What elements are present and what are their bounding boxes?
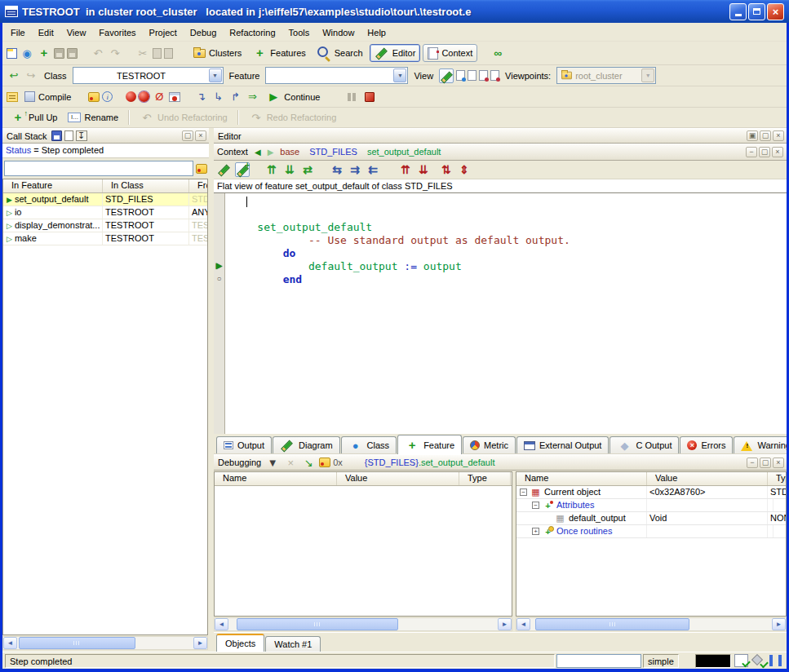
scroll-thumb[interactable]	[19, 637, 135, 649]
column-header-from[interactable]: From	[189, 179, 208, 192]
debug-options-icon[interactable]	[169, 92, 180, 102]
rename-button[interactable]: I...Rename	[64, 112, 122, 123]
scroll-thumb[interactable]	[535, 618, 689, 630]
debug-tree-row[interactable]: −▦Current object<0x32A8760>STD_	[516, 486, 786, 499]
scroll-track[interactable]	[228, 618, 498, 630]
switch-view-icon[interactable]: ↘	[301, 455, 316, 470]
open-file-icon[interactable]: ◉	[20, 46, 34, 60]
debug-tree-row[interactable]: ▦default_outputVoidNON	[516, 512, 786, 525]
show-callers-icon[interactable]: ⇈	[398, 162, 413, 177]
feature-combo-arrow-icon[interactable]: ▼	[393, 69, 406, 82]
step-into-icon[interactable]: ↳	[211, 90, 225, 104]
view-contract-icon[interactable]	[490, 70, 499, 81]
tab-warnings[interactable]: Warnings	[734, 436, 787, 453]
view-basic-text-icon[interactable]	[439, 69, 454, 83]
viewpoints-combo[interactable]: root_cluster▼	[556, 67, 656, 84]
copy-icon[interactable]	[153, 48, 162, 59]
code-editor[interactable]: ▶○ set_output_default -- Use standard ou…	[214, 193, 787, 434]
show-suppliers-icon[interactable]: ⇆	[330, 162, 344, 177]
editor-text[interactable]: set_output_default -- Use standard outpu…	[225, 193, 787, 434]
debug-menu-arrow-icon[interactable]: ▼	[265, 455, 280, 470]
debug-run-icon[interactable]: ⇒	[245, 90, 259, 104]
expand-toggle[interactable]: −	[532, 502, 539, 509]
save-call-stack-icon[interactable]	[51, 130, 62, 141]
close-button[interactable]: ×	[772, 147, 783, 157]
watch-grid-hscrollbar[interactable]: ◄ ►	[214, 617, 512, 631]
run-ignoring-breakpoints-icon[interactable]	[139, 91, 149, 102]
maximize-button[interactable]: ▢	[760, 130, 771, 141]
external-editor-icon[interactable]: ∞	[490, 46, 505, 60]
step-out-icon[interactable]: ↱	[228, 90, 242, 104]
menu-view[interactable]: View	[60, 24, 93, 41]
tab-metric[interactable]: Metric	[463, 436, 516, 453]
tab-diagram[interactable]: Diagram	[273, 436, 340, 453]
scroll-left-button[interactable]: ◄	[215, 618, 228, 630]
scroll-right-button[interactable]: ►	[772, 618, 786, 630]
show-attributes-icon[interactable]: ⇉	[348, 162, 362, 177]
class-combo-arrow-icon[interactable]: ▼	[209, 69, 222, 82]
maximize-button[interactable]: ▢	[182, 130, 193, 141]
class-combo[interactable]: TESTROOT▼	[73, 67, 224, 84]
menu-help[interactable]: Help	[361, 24, 392, 41]
tab-external-output[interactable]: External Output	[516, 436, 609, 453]
compile-output-icon[interactable]	[88, 92, 100, 102]
expand-toggle[interactable]: −	[520, 489, 527, 496]
viewpoints-combo-arrow-icon[interactable]: ▼	[641, 69, 654, 82]
stop-icon[interactable]	[365, 92, 375, 102]
expand-toggle[interactable]: +	[532, 528, 539, 535]
undo-icon[interactable]: ↶	[91, 46, 105, 60]
close-button[interactable]: ×	[773, 458, 784, 468]
scroll-right-button[interactable]: ►	[193, 637, 207, 649]
context-crumb[interactable]: base	[280, 147, 299, 157]
objects-grid-hscrollbar[interactable]: ◄ ►	[516, 617, 787, 631]
tab-output[interactable]: Output	[216, 436, 272, 453]
show-callees-icon[interactable]: ⇊	[416, 162, 431, 177]
save-all-icon[interactable]	[67, 48, 78, 59]
column-header-type[interactable]: Type	[459, 472, 511, 485]
edit-feature-icon[interactable]	[217, 162, 232, 177]
history-back-icon[interactable]: ↩	[7, 69, 21, 83]
scroll-track[interactable]	[530, 618, 772, 630]
scroll-thumb[interactable]	[237, 618, 398, 630]
menu-debug[interactable]: Debug	[184, 24, 223, 41]
menu-file[interactable]: File	[4, 24, 32, 41]
exception-dialog-icon[interactable]	[196, 164, 207, 174]
step-over-icon[interactable]: ↴	[193, 90, 208, 104]
disable-breakpoints-icon[interactable]: Ø	[152, 90, 166, 104]
cut-icon[interactable]: ✂	[135, 46, 150, 60]
pull-up-button[interactable]: +Pull Up	[7, 109, 61, 126]
close-button[interactable]: ×	[773, 130, 784, 141]
call-stack-row[interactable]: ▶set_output_defaultSTD_FILESSTD_	[3, 193, 207, 206]
features-button[interactable]: +Features	[248, 45, 309, 61]
redo-icon[interactable]: ↷	[108, 46, 122, 60]
debug-tree-row[interactable]: −+Attributes	[516, 499, 786, 512]
add-class-icon[interactable]: +	[37, 46, 51, 60]
context-crumb[interactable]: STD_FILES	[309, 147, 357, 157]
copy-call-stack-icon[interactable]	[64, 130, 73, 141]
menu-refactoring[interactable]: Refactoring	[223, 24, 281, 41]
feature-combo[interactable]: ▼	[265, 67, 408, 84]
pause-icon[interactable]	[347, 92, 357, 102]
continue-button[interactable]: ▶Continue	[262, 89, 324, 105]
context-forward-icon[interactable]: ▶	[268, 148, 274, 157]
call-stack-row[interactable]: ▷display_demonstrat...TESTROOTTEST	[3, 219, 207, 232]
column-header-name[interactable]: Name	[516, 472, 647, 485]
open-window-list-icon[interactable]	[7, 92, 18, 102]
compile-button[interactable]: Compile	[20, 91, 75, 103]
show-routines-icon[interactable]: ⇇	[366, 162, 380, 177]
minimize-button[interactable]	[729, 3, 747, 20]
minimize-button[interactable]: −	[746, 147, 757, 157]
show-creators-icon[interactable]: ⇅	[439, 162, 454, 177]
history-forward-icon[interactable]: ↪	[24, 69, 38, 83]
view-clickable-icon[interactable]	[456, 70, 465, 81]
show-assigners-icon[interactable]: ⇕	[457, 162, 472, 177]
column-header-value[interactable]: Value	[647, 472, 768, 485]
new-feature-icon[interactable]	[235, 162, 250, 177]
debug-expression[interactable]: {STD_FILES}.set_output_default	[365, 458, 495, 467]
scroll-right-button[interactable]: ►	[498, 618, 512, 630]
close-button[interactable]: ×	[767, 3, 784, 20]
column-header-in-class[interactable]: In Class	[103, 179, 189, 192]
close-button[interactable]: ×	[195, 130, 206, 141]
menu-tools[interactable]: Tools	[282, 24, 317, 41]
maximize-button[interactable]: ▢	[759, 147, 770, 157]
